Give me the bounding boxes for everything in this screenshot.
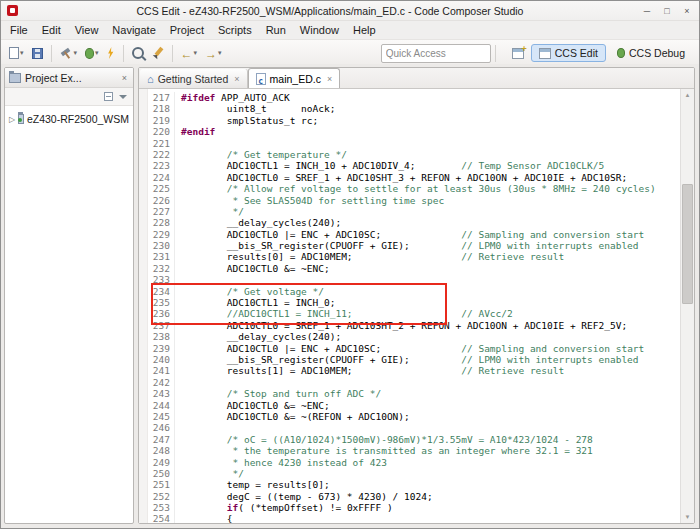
save-button[interactable]	[29, 43, 46, 63]
menu-scripts[interactable]: Scripts	[211, 23, 259, 37]
line-number[interactable]: 235	[148, 297, 175, 308]
tab-main-ed-c[interactable]: main_ED.c ×	[248, 68, 341, 88]
code-line[interactable]: 248 * the temperature is transmitted as …	[148, 445, 680, 456]
code-line[interactable]: 231 results[0] = ADC10MEM; // Retrieve r…	[148, 251, 680, 262]
code-line[interactable]: 247 /* oC = ((A10/1024)*1500mV)-986mV)*1…	[148, 434, 680, 445]
close-tab-icon[interactable]: ×	[327, 74, 332, 84]
new-file-button[interactable]: ▾	[6, 43, 27, 63]
quick-access-input[interactable]	[381, 44, 491, 63]
code-line[interactable]: 238 __delay_cycles(240);	[148, 331, 680, 342]
code-line[interactable]: 237 ADC10CTL0 = SREF_1 + ADC10SHT_2 + RE…	[148, 320, 680, 331]
flash-button[interactable]	[104, 43, 118, 63]
code-line[interactable]: 249 * hence 4230 instead of 423	[148, 457, 680, 468]
line-number[interactable]: 221	[148, 138, 175, 149]
code-line[interactable]: 229 ADC10CTL0 |= ENC + ADC10SC; // Sampl…	[148, 229, 680, 240]
tree-item-project[interactable]: ▷eZ430-RF2500_WSM	[7, 112, 131, 126]
line-number[interactable]: 231	[148, 251, 175, 262]
line-number[interactable]: 223	[148, 160, 175, 171]
scrollbar-down-icon[interactable]: ▼	[681, 511, 694, 523]
minimize-button[interactable]: ─	[637, 2, 657, 19]
line-number[interactable]: 254	[148, 513, 175, 523]
maximize-button[interactable]: □	[657, 2, 677, 19]
line-number[interactable]: 229	[148, 229, 175, 240]
line-number[interactable]: 238	[148, 331, 175, 342]
back-button[interactable]: ▾	[178, 43, 201, 63]
line-number[interactable]: 239	[148, 343, 175, 354]
line-number[interactable]: 233	[148, 274, 175, 285]
menu-file[interactable]: File	[3, 23, 35, 37]
code-line[interactable]: 240 __bis_SR_register(CPUOFF + GIE); // …	[148, 354, 680, 365]
line-number[interactable]: 236	[148, 308, 175, 319]
code-line[interactable]: 243 /* Stop and turn off ADC */	[148, 388, 680, 399]
code-line[interactable]: 217#ifdef APP_AUTO_ACK	[148, 92, 680, 103]
line-number[interactable]: 237	[148, 320, 175, 331]
line-number[interactable]: 227	[148, 206, 175, 217]
line-number[interactable]: 234	[148, 286, 175, 297]
perspective-ccs-debug[interactable]: CCS Debug	[609, 44, 693, 62]
close-button[interactable]: ×	[677, 2, 697, 19]
code-line[interactable]: 235 ADC10CTL1 = INCH_0;	[148, 297, 680, 308]
code-line[interactable]: 241 results[1] = ADC10MEM; // Retrieve r…	[148, 365, 680, 376]
line-number[interactable]: 232	[148, 263, 175, 274]
code-line[interactable]: 228 __delay_cycles(240);	[148, 217, 680, 228]
code-line[interactable]: 252 degC = ((temp - 673) * 4230) / 1024;	[148, 491, 680, 502]
line-number[interactable]: 248	[148, 445, 175, 456]
line-number[interactable]: 222	[148, 149, 175, 160]
code-line[interactable]: 232 ADC10CTL0 &= ~ENC;	[148, 263, 680, 274]
menu-project[interactable]: Project	[163, 23, 211, 37]
code-line[interactable]: 221	[148, 138, 680, 149]
expander-icon[interactable]: ▷	[9, 115, 15, 124]
close-view-icon[interactable]: ×	[120, 73, 129, 83]
tab-getting-started[interactable]: ⌂ Getting Started ×	[140, 69, 248, 88]
line-number[interactable]: 249	[148, 457, 175, 468]
forward-button[interactable]: ▾	[202, 43, 225, 63]
code-line[interactable]: 254 {	[148, 513, 680, 523]
build-button[interactable]: ▾	[57, 43, 81, 63]
line-number[interactable]: 219	[148, 115, 175, 126]
menu-edit[interactable]: Edit	[35, 23, 68, 37]
code-line[interactable]: 236 //ADC10CTL1 = INCH_11; // AVcc/2	[148, 308, 680, 319]
menu-help[interactable]: Help	[346, 23, 383, 37]
code-line[interactable]: 246	[148, 422, 680, 433]
line-number[interactable]: 226	[148, 195, 175, 206]
line-number[interactable]: 252	[148, 491, 175, 502]
line-number[interactable]: 244	[148, 400, 175, 411]
scrollbar-up-icon[interactable]: ▲	[681, 89, 694, 101]
code-line[interactable]: 222 /* Get temperature */	[148, 149, 680, 160]
code-line[interactable]: 234 /* Get voltage */	[148, 286, 680, 297]
code-line[interactable]: 227 */	[148, 206, 680, 217]
code-line[interactable]: 250 */	[148, 468, 680, 479]
debug-button[interactable]: ▾	[82, 43, 102, 63]
code-line[interactable]: 242	[148, 377, 680, 388]
line-number[interactable]: 253	[148, 502, 175, 513]
line-number[interactable]: 250	[148, 468, 175, 479]
code-line[interactable]: 253 if( (*tempOffset) != 0xFFFF )	[148, 502, 680, 513]
view-menu-icon[interactable]	[119, 95, 127, 103]
line-number[interactable]: 228	[148, 217, 175, 228]
code-line[interactable]: 239 ADC10CTL0 |= ENC + ADC10SC; // Sampl…	[148, 343, 680, 354]
close-tab-icon[interactable]: ×	[234, 74, 239, 84]
line-number[interactable]: 245	[148, 411, 175, 422]
rename-button[interactable]	[149, 43, 167, 63]
open-perspective-button[interactable]	[508, 43, 528, 63]
code-line[interactable]: 218 uint8_t noAck;	[148, 103, 680, 114]
code-line[interactable]: 224 ADC10CTL0 = SREF_1 + ADC10SHT_3 + RE…	[148, 172, 680, 183]
menu-run[interactable]: Run	[259, 23, 293, 37]
line-number[interactable]: 224	[148, 172, 175, 183]
scrollbar-thumb[interactable]	[682, 184, 693, 304]
line-number[interactable]: 241	[148, 365, 175, 376]
search-button[interactable]	[129, 43, 147, 63]
vertical-scrollbar[interactable]: ▲ ▼	[680, 89, 694, 523]
line-number[interactable]: 225	[148, 183, 175, 194]
line-number[interactable]: 218	[148, 103, 175, 114]
line-number[interactable]: 243	[148, 388, 175, 399]
code-line[interactable]: 225 /* Allow ref voltage to settle for a…	[148, 183, 680, 194]
line-number[interactable]: 217	[148, 92, 175, 103]
line-number[interactable]: 220	[148, 126, 175, 137]
code-line[interactable]: 230 __bis_SR_register(CPUOFF + GIE); // …	[148, 240, 680, 251]
line-number[interactable]: 240	[148, 354, 175, 365]
code-line[interactable]: 251 temp = results[0];	[148, 479, 680, 490]
line-number[interactable]: 251	[148, 479, 175, 490]
line-number[interactable]: 242	[148, 377, 175, 388]
menu-window[interactable]: Window	[293, 23, 346, 37]
